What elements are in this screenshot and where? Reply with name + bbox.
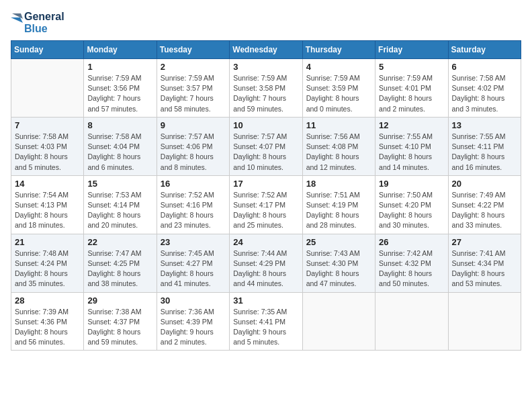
day-info: Sunrise: 7:58 AMSunset: 4:02 PMDaylight:… bbox=[452, 73, 517, 114]
calendar-day-cell: 31Sunrise: 7:35 AMSunset: 4:41 PMDayligh… bbox=[230, 292, 302, 351]
day-number: 24 bbox=[233, 237, 298, 247]
calendar-week-row: 7Sunrise: 7:58 AMSunset: 4:03 PMDaylight… bbox=[11, 117, 521, 175]
day-number: 4 bbox=[306, 62, 371, 72]
calendar-day-cell: 23Sunrise: 7:45 AMSunset: 4:27 PMDayligh… bbox=[157, 234, 229, 292]
day-number: 19 bbox=[379, 179, 444, 189]
calendar-day-cell: 21Sunrise: 7:48 AMSunset: 4:24 PMDayligh… bbox=[11, 234, 84, 292]
calendar-week-row: 14Sunrise: 7:54 AMSunset: 4:13 PMDayligh… bbox=[11, 175, 521, 234]
calendar-day-cell: 16Sunrise: 7:52 AMSunset: 4:16 PMDayligh… bbox=[157, 175, 229, 234]
day-info: Sunrise: 7:47 AMSunset: 4:25 PMDaylight:… bbox=[87, 248, 152, 289]
day-info: Sunrise: 7:36 AMSunset: 4:39 PMDaylight:… bbox=[161, 307, 226, 348]
day-info: Sunrise: 7:56 AMSunset: 4:08 PMDaylight:… bbox=[306, 132, 371, 173]
calendar-day-cell: 26Sunrise: 7:42 AMSunset: 4:32 PMDayligh… bbox=[375, 234, 448, 292]
calendar-day-cell: 17Sunrise: 7:52 AMSunset: 4:17 PMDayligh… bbox=[230, 175, 302, 234]
calendar-day-cell: 13Sunrise: 7:55 AMSunset: 4:11 PMDayligh… bbox=[448, 117, 521, 175]
calendar-day-cell: 1Sunrise: 7:59 AMSunset: 3:56 PMDaylight… bbox=[84, 59, 157, 118]
day-number: 16 bbox=[161, 179, 226, 189]
day-number: 15 bbox=[87, 179, 152, 189]
calendar-day-cell: 20Sunrise: 7:49 AMSunset: 4:22 PMDayligh… bbox=[448, 175, 521, 234]
day-info: Sunrise: 7:45 AMSunset: 4:27 PMDaylight:… bbox=[161, 248, 226, 289]
day-number: 7 bbox=[15, 120, 80, 130]
logo-text: General Blue bbox=[11, 11, 64, 35]
day-number: 5 bbox=[379, 62, 444, 72]
calendar-day-cell: 2Sunrise: 7:59 AMSunset: 3:57 PMDaylight… bbox=[157, 59, 229, 118]
calendar-day-cell: 18Sunrise: 7:51 AMSunset: 4:19 PMDayligh… bbox=[302, 175, 375, 234]
day-info: Sunrise: 7:55 AMSunset: 4:10 PMDaylight:… bbox=[379, 132, 444, 173]
day-info: Sunrise: 7:51 AMSunset: 4:19 PMDaylight:… bbox=[306, 190, 371, 231]
weekday-header: Monday bbox=[84, 41, 157, 59]
day-info: Sunrise: 7:52 AMSunset: 4:17 PMDaylight:… bbox=[233, 190, 298, 231]
calendar-day-cell: 12Sunrise: 7:55 AMSunset: 4:10 PMDayligh… bbox=[375, 117, 448, 175]
day-info: Sunrise: 7:54 AMSunset: 4:13 PMDaylight:… bbox=[15, 190, 80, 231]
calendar-day-cell bbox=[448, 292, 521, 351]
day-info: Sunrise: 7:39 AMSunset: 4:36 PMDaylight:… bbox=[15, 307, 80, 348]
page-header: General Blue bbox=[11, 11, 521, 35]
calendar-day-cell: 5Sunrise: 7:59 AMSunset: 4:01 PMDaylight… bbox=[375, 59, 448, 118]
calendar-day-cell: 4Sunrise: 7:59 AMSunset: 3:59 PMDaylight… bbox=[302, 59, 375, 118]
calendar-day-cell: 15Sunrise: 7:53 AMSunset: 4:14 PMDayligh… bbox=[84, 175, 157, 234]
day-number: 18 bbox=[306, 179, 371, 189]
day-info: Sunrise: 7:57 AMSunset: 4:06 PMDaylight:… bbox=[161, 132, 226, 173]
day-info: Sunrise: 7:58 AMSunset: 4:04 PMDaylight:… bbox=[87, 132, 152, 173]
calendar-day-cell: 28Sunrise: 7:39 AMSunset: 4:36 PMDayligh… bbox=[11, 292, 84, 351]
day-number: 20 bbox=[452, 179, 517, 189]
day-number: 3 bbox=[233, 62, 298, 72]
weekday-header: Saturday bbox=[448, 41, 521, 59]
day-number: 30 bbox=[161, 295, 226, 306]
day-number: 9 bbox=[161, 120, 226, 130]
calendar-day-cell: 11Sunrise: 7:56 AMSunset: 4:08 PMDayligh… bbox=[302, 117, 375, 175]
day-number: 29 bbox=[87, 295, 152, 306]
calendar-table: SundayMondayTuesdayWednesdayThursdayFrid… bbox=[11, 40, 521, 351]
calendar-day-cell: 22Sunrise: 7:47 AMSunset: 4:25 PMDayligh… bbox=[84, 234, 157, 292]
day-info: Sunrise: 7:52 AMSunset: 4:16 PMDaylight:… bbox=[161, 190, 226, 231]
day-number: 31 bbox=[233, 295, 298, 306]
day-info: Sunrise: 7:59 AMSunset: 3:59 PMDaylight:… bbox=[306, 73, 371, 114]
logo-line2: Blue bbox=[24, 23, 64, 35]
weekday-header: Tuesday bbox=[157, 41, 229, 59]
day-info: Sunrise: 7:55 AMSunset: 4:11 PMDaylight:… bbox=[452, 132, 517, 173]
day-number: 23 bbox=[161, 237, 226, 247]
calendar-day-cell bbox=[11, 59, 84, 118]
calendar-day-cell: 29Sunrise: 7:38 AMSunset: 4:37 PMDayligh… bbox=[84, 292, 157, 351]
day-info: Sunrise: 7:53 AMSunset: 4:14 PMDaylight:… bbox=[87, 190, 152, 231]
day-info: Sunrise: 7:59 AMSunset: 3:57 PMDaylight:… bbox=[161, 73, 226, 114]
logo-line1: General bbox=[24, 11, 64, 23]
calendar-day-cell bbox=[302, 292, 375, 351]
day-info: Sunrise: 7:59 AMSunset: 4:01 PMDaylight:… bbox=[379, 73, 444, 114]
day-info: Sunrise: 7:35 AMSunset: 4:41 PMDaylight:… bbox=[233, 307, 298, 348]
day-number: 14 bbox=[15, 179, 80, 189]
day-info: Sunrise: 7:58 AMSunset: 4:03 PMDaylight:… bbox=[15, 132, 80, 173]
calendar-week-row: 21Sunrise: 7:48 AMSunset: 4:24 PMDayligh… bbox=[11, 234, 521, 292]
weekday-header: Wednesday bbox=[230, 41, 302, 59]
day-info: Sunrise: 7:59 AMSunset: 3:58 PMDaylight:… bbox=[233, 73, 298, 114]
day-number: 11 bbox=[306, 120, 371, 130]
day-number: 10 bbox=[233, 120, 298, 130]
day-info: Sunrise: 7:44 AMSunset: 4:29 PMDaylight:… bbox=[233, 248, 298, 289]
logo-bird-icon bbox=[11, 11, 23, 35]
weekday-header: Friday bbox=[375, 41, 448, 59]
day-number: 27 bbox=[452, 237, 517, 247]
calendar-day-cell: 6Sunrise: 7:58 AMSunset: 4:02 PMDaylight… bbox=[448, 59, 521, 118]
calendar-week-row: 28Sunrise: 7:39 AMSunset: 4:36 PMDayligh… bbox=[11, 292, 521, 351]
day-number: 21 bbox=[15, 237, 80, 247]
weekday-header: Thursday bbox=[302, 41, 375, 59]
calendar-day-cell: 27Sunrise: 7:41 AMSunset: 4:34 PMDayligh… bbox=[448, 234, 521, 292]
calendar-day-cell: 30Sunrise: 7:36 AMSunset: 4:39 PMDayligh… bbox=[157, 292, 229, 351]
calendar-day-cell: 19Sunrise: 7:50 AMSunset: 4:20 PMDayligh… bbox=[375, 175, 448, 234]
calendar-day-cell: 9Sunrise: 7:57 AMSunset: 4:06 PMDaylight… bbox=[157, 117, 229, 175]
day-info: Sunrise: 7:57 AMSunset: 4:07 PMDaylight:… bbox=[233, 132, 298, 173]
day-number: 2 bbox=[161, 62, 226, 72]
calendar-day-cell: 10Sunrise: 7:57 AMSunset: 4:07 PMDayligh… bbox=[230, 117, 302, 175]
calendar-day-cell: 7Sunrise: 7:58 AMSunset: 4:03 PMDaylight… bbox=[11, 117, 84, 175]
calendar-day-cell: 8Sunrise: 7:58 AMSunset: 4:04 PMDaylight… bbox=[84, 117, 157, 175]
weekday-header: Sunday bbox=[11, 41, 84, 59]
calendar-day-cell: 25Sunrise: 7:43 AMSunset: 4:30 PMDayligh… bbox=[302, 234, 375, 292]
day-number: 26 bbox=[379, 237, 444, 247]
day-number: 6 bbox=[452, 62, 517, 72]
calendar-day-cell: 3Sunrise: 7:59 AMSunset: 3:58 PMDaylight… bbox=[230, 59, 302, 118]
calendar-day-cell: 24Sunrise: 7:44 AMSunset: 4:29 PMDayligh… bbox=[230, 234, 302, 292]
day-info: Sunrise: 7:48 AMSunset: 4:24 PMDaylight:… bbox=[15, 248, 80, 289]
calendar-header-row: SundayMondayTuesdayWednesdayThursdayFrid… bbox=[11, 41, 521, 59]
day-info: Sunrise: 7:41 AMSunset: 4:34 PMDaylight:… bbox=[452, 248, 517, 289]
day-info: Sunrise: 7:50 AMSunset: 4:20 PMDaylight:… bbox=[379, 190, 444, 231]
